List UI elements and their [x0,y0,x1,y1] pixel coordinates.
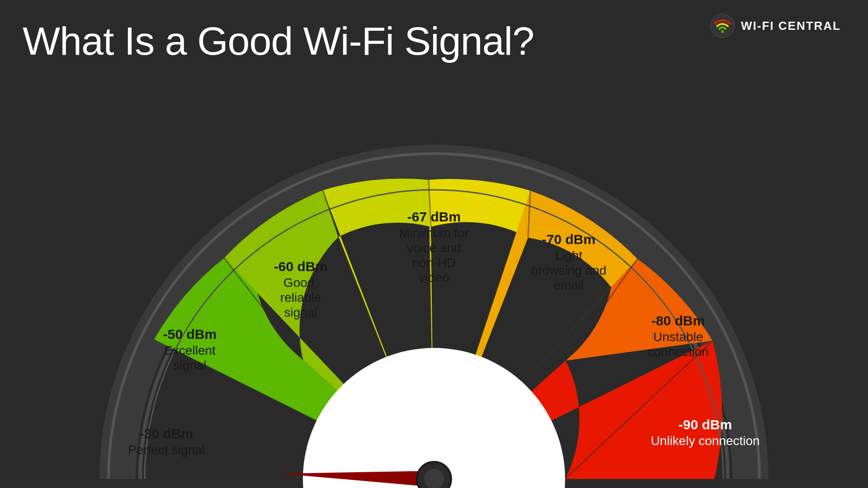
label-80-desc1: Unstable [653,330,703,344]
label-60-desc1: Good, [283,276,318,290]
label-90-desc: Unlikely connection [651,434,760,448]
label-70-dbm: -70 dBm [542,232,595,247]
label-70-desc3: email [554,278,584,292]
svg-point-0 [711,14,734,38]
brand-logo-icon [710,14,735,38]
label-60-desc2: reliable [280,291,321,305]
label-67-desc3: non-HD [412,256,456,270]
label-60-desc3: signal [284,305,317,319]
label-67-dbm: -67 dBm [407,209,461,224]
brand-container: WI-FI CENTRAL [710,14,841,38]
label-67-desc4: video [419,271,449,285]
label-80-dbm: -80 dBm [651,313,705,328]
brand-name: WI-FI CENTRAL [741,19,841,33]
label-50-desc: Excellent [164,343,216,357]
label-90-dbm: -90 dBm [679,417,732,432]
label-30-dbm: -30 dBm [140,426,193,441]
label-67-desc1: Minimum for [399,226,469,240]
gauge-svg: -30 dBm Perfect signal -50 dBm Excellent… [50,72,818,488]
label-67-desc2: voice and [407,241,461,255]
svg-point-1 [721,30,724,33]
label-60-dbm: -60 dBm [274,259,327,274]
label-50-dbm: -50 dBm [163,327,217,342]
page-title: What Is a Good Wi-Fi Signal? [23,18,534,64]
label-30-desc: Perfect signal [128,443,205,457]
label-50-desc2: signal [173,358,206,372]
label-80-desc2: connection [647,345,708,359]
label-70-desc2: browsing and [531,263,607,277]
svg-point-5 [424,469,444,488]
label-70-desc1: Light [555,249,583,263]
